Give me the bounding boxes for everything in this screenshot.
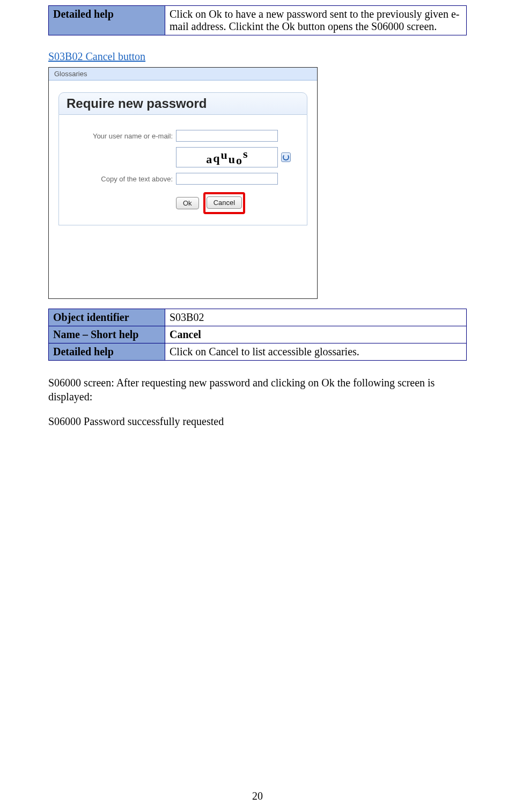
captcha-char: q	[213, 152, 219, 164]
object-detail-table: Object identifier S03B02 Name – Short he…	[48, 309, 467, 361]
top-detail-table: Detailed help Click on Ok to have a new …	[48, 5, 467, 35]
section-heading-link[interactable]: S03B02 Cancel button	[48, 50, 145, 63]
captcha-char: u	[221, 149, 227, 161]
captcha-refresh-icon[interactable]	[281, 152, 291, 162]
row-key: Detailed help	[49, 343, 165, 361]
row-val: Click on Cancel to list accessible gloss…	[165, 343, 467, 361]
captcha-char: a	[206, 153, 212, 165]
cancel-button[interactable]: Cancel	[207, 196, 242, 209]
screen-title-text: S06000 Password successfully requested	[48, 414, 467, 428]
row-key: Name – Short help	[49, 326, 165, 343]
cancel-highlight-box: Cancel	[203, 192, 245, 214]
captcha-input[interactable]	[176, 173, 278, 185]
ok-button[interactable]: Ok	[176, 197, 199, 209]
captcha-image: a q u u o s	[176, 147, 278, 167]
page-number: 20	[0, 790, 515, 802]
top-detail-key: Detailed help	[49, 6, 165, 35]
table-row: Name – Short help Cancel	[49, 326, 467, 343]
panel-title: Require new password	[58, 92, 307, 115]
username-input[interactable]	[176, 130, 278, 142]
copy-text-label: Copy of the text above:	[65, 175, 176, 183]
embedded-screenshot: Glossaries Require new password Your use…	[48, 67, 318, 299]
row-val: Cancel	[165, 326, 467, 343]
row-key: Object identifier	[49, 309, 165, 326]
top-detail-value: Click on Ok to have a new password sent …	[165, 6, 467, 35]
captcha-char: s	[243, 148, 248, 160]
captcha-char: u	[229, 153, 235, 165]
row-val: S03B02	[165, 309, 467, 326]
username-label: Your user name or e-mail:	[65, 132, 176, 140]
table-row: Detailed help Click on Cancel to list ac…	[49, 343, 467, 361]
table-row: Object identifier S03B02	[49, 309, 467, 326]
window-titlebar: Glossaries	[49, 68, 317, 81]
description-paragraph: S06000 screen: After requesting new pass…	[48, 376, 467, 404]
captcha-char: o	[236, 155, 242, 166]
